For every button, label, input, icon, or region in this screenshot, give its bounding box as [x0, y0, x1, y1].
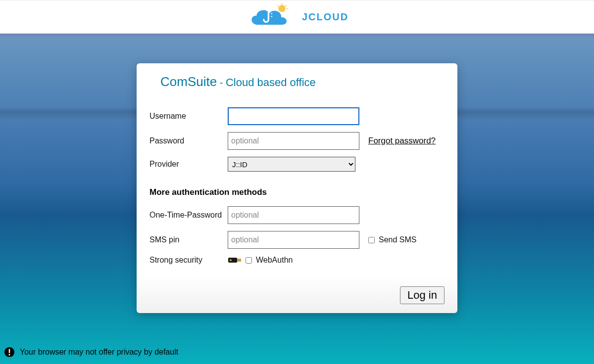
username-input[interactable] [228, 107, 359, 125]
sms-label: SMS pin [149, 231, 228, 249]
svg-line-2 [286, 5, 287, 6]
security-key-icon [228, 256, 242, 265]
card-title: ComSuite - Cloud based office [160, 74, 445, 90]
webauthn-row[interactable]: WebAuthn [228, 256, 416, 265]
username-label: Username [149, 107, 228, 125]
background: ComSuite - Cloud based office Username P… [0, 34, 594, 364]
webauthn-checkbox[interactable] [246, 257, 252, 264]
svg-point-12 [8, 354, 10, 355]
svg-point-5 [271, 13, 272, 14]
svg-rect-9 [237, 259, 241, 262]
sms-input[interactable] [228, 231, 359, 249]
more-methods-heading: More authentication methods [149, 187, 445, 197]
svg-rect-7 [228, 258, 237, 263]
provider-label: Provider [149, 157, 228, 172]
password-input[interactable] [228, 132, 359, 150]
provider-select[interactable]: J::ID [228, 157, 355, 172]
send-sms-label: Send SMS [379, 235, 416, 244]
login-button[interactable]: Log in [400, 286, 445, 304]
title-sub: Cloud based office [226, 76, 316, 89]
warning-icon [4, 347, 15, 358]
webauthn-label: WebAuthn [256, 256, 293, 265]
svg-point-8 [230, 259, 232, 261]
svg-point-0 [278, 5, 285, 12]
otp-label: One-Time-Password [149, 206, 228, 224]
more-methods-form: One-Time-Password SMS pin Send SMS [149, 199, 416, 272]
privacy-warning-bar: Your browser may not offer privacy by de… [0, 340, 594, 364]
svg-point-6 [271, 16, 272, 17]
cloud-icon [246, 1, 293, 32]
password-label: Password [149, 132, 228, 150]
header-bar: JCLOUD [0, 0, 594, 34]
forgot-password-link[interactable]: Forgot password? [368, 136, 436, 145]
svg-line-4 [277, 5, 278, 6]
privacy-warning-text: Your browser may not offer privacy by de… [20, 348, 178, 357]
login-card: ComSuite - Cloud based office Username P… [137, 63, 457, 313]
brand-text: JCLOUD [302, 11, 348, 23]
strong-security-label: Strong security [149, 256, 228, 265]
otp-input[interactable] [228, 206, 359, 224]
title-separator: - [217, 77, 226, 88]
login-form: Username Password Forgot password? Provi… [149, 100, 436, 179]
send-sms-checkbox[interactable] [368, 237, 375, 243]
brand-logo: JCLOUD [246, 1, 348, 32]
title-main: ComSuite [160, 74, 217, 89]
send-sms-row[interactable]: Send SMS [368, 235, 416, 244]
svg-rect-11 [9, 349, 10, 353]
